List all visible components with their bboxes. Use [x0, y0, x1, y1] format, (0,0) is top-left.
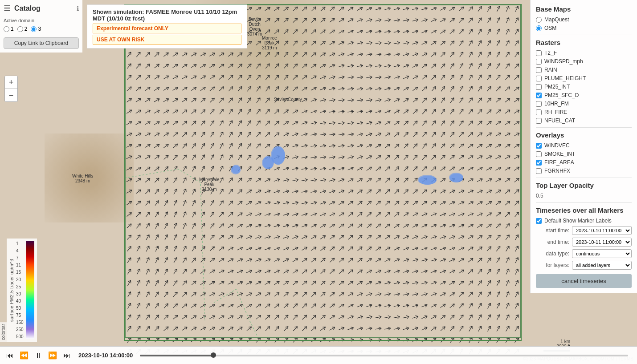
- domain-radio-label-1: 1: [11, 26, 14, 32]
- cancel-timeseries-button[interactable]: cancel timeseries: [536, 274, 632, 288]
- end-time-label: end time:: [536, 239, 569, 245]
- domain-radio-label-2: 2: [24, 26, 28, 32]
- colorbar-labels: 500 250 150 75 50 40 30 25 20 15 11 7 4 …: [16, 241, 24, 339]
- domain-radio-input-3[interactable]: [31, 26, 37, 32]
- raster-check-nfuel[interactable]: [536, 118, 542, 124]
- raster-check-plume[interactable]: [536, 76, 542, 81]
- marker-labels-label: Default Show Marker Labels: [544, 218, 612, 224]
- fire-blob-4: [419, 176, 437, 185]
- copy-link-button[interactable]: Copy Link to Clipboard: [4, 37, 79, 49]
- fire-blob-3: [232, 165, 241, 174]
- divider-3: [536, 178, 632, 178]
- raster-check-rain[interactable]: [536, 67, 542, 73]
- end-time-select[interactable]: 2023-10-11 11:00:00: [572, 238, 632, 247]
- start-time-label: start time:: [536, 227, 569, 234]
- for-layers-row: for layers: all added layers: [536, 261, 632, 270]
- overlay-check-firearea[interactable]: [536, 160, 542, 166]
- panel-header: ☰ Catalog ℹ: [4, 4, 79, 13]
- raster-t2f[interactable]: T2_F: [536, 50, 632, 56]
- colorbar-sidebar-label[interactable]: colorbar: [0, 322, 7, 342]
- overlay-check-smoke[interactable]: [536, 151, 542, 157]
- raster-check-t2f[interactable]: [536, 50, 542, 56]
- skip-forward-button[interactable]: ⏭: [61, 351, 72, 360]
- timeline-progress: [140, 355, 213, 356]
- raster-check-10hrfm[interactable]: [536, 101, 542, 107]
- basemap-osm[interactable]: OSM: [536, 25, 632, 31]
- overlay-windvec[interactable]: WINDVEC: [536, 142, 632, 149]
- overlay-check-windvec[interactable]: [536, 143, 542, 149]
- right-panel: Base Maps MapQuest OSM Rasters T2_F WIND…: [530, 0, 637, 293]
- raster-check-pm25sfc[interactable]: [536, 93, 542, 98]
- timeline-thumb[interactable]: [211, 352, 216, 358]
- for-layers-select[interactable]: all added layers: [572, 261, 632, 270]
- risk-badge: USE AT OWN RISK: [93, 35, 241, 44]
- experimental-badge: Experimental forecast ONLY: [93, 24, 241, 33]
- overlay-smoke-int[interactable]: SMOKE_INT: [536, 151, 632, 157]
- data-type-row: data type: continuous: [536, 249, 632, 258]
- colorbar-gradient: [26, 241, 34, 339]
- overlay-fgrnhfx[interactable]: FGRNHFX: [536, 168, 632, 174]
- end-time-row: end time: 2023-10-11 11:00:00: [536, 238, 632, 247]
- raster-check-rhfire[interactable]: [536, 109, 542, 115]
- prev-button[interactable]: ⏪: [18, 350, 30, 360]
- map-label-white-hills: White Hills2348 m: [72, 174, 93, 183]
- simulation-title: Shown simulation: FASMEE Monroe U11 10/1…: [93, 8, 241, 22]
- start-time-select[interactable]: 2023-10-10 11:00:00: [572, 226, 632, 235]
- raster-nfuel-cat[interactable]: NFUEL_CAT: [536, 117, 632, 124]
- zoom-controls: + −: [4, 76, 18, 102]
- timeseries-title: Timeseries over all Markers: [536, 206, 632, 214]
- divider-2: [536, 127, 632, 128]
- domain-radio-2[interactable]: 2: [17, 26, 28, 32]
- raster-rain[interactable]: RAIN: [536, 67, 632, 73]
- data-type-label: data type:: [536, 251, 569, 257]
- basemap-radio-osm[interactable]: [536, 25, 542, 31]
- colorbar-title: surface PM2.5 tracer ug/m^3: [9, 241, 14, 339]
- raster-windspd[interactable]: WINDSPD_mph: [536, 58, 632, 65]
- divider-4: [536, 202, 632, 203]
- hamburger-icon[interactable]: ☰: [4, 4, 11, 13]
- map-label-devils-dutch: DevilsDutchOven3074 m: [247, 17, 262, 36]
- zoom-out-button[interactable]: −: [5, 89, 17, 101]
- colorbar: surface PM2.5 tracer ug/m^3 500 250 150 …: [7, 239, 37, 342]
- data-type-select[interactable]: continuous: [572, 249, 632, 258]
- for-layers-label: for layers:: [536, 262, 569, 268]
- domain-radio-input-1[interactable]: [4, 26, 9, 32]
- raster-rh-fire[interactable]: RH_FIRE: [536, 109, 632, 115]
- overlays-title: Overlays: [536, 131, 632, 139]
- domain-radio-3[interactable]: 3: [31, 26, 41, 32]
- marker-labels-option[interactable]: Default Show Marker Labels: [536, 218, 632, 224]
- raster-10hr-fm[interactable]: 10HR_FM: [536, 101, 632, 107]
- raster-pm25-int[interactable]: PM25_INT: [536, 84, 632, 90]
- overlay-check-fgrnhfx[interactable]: [536, 168, 542, 174]
- info-icon[interactable]: ℹ: [77, 5, 79, 12]
- domain-radios: 1 2 3: [4, 26, 79, 32]
- divider-1: [536, 35, 632, 35]
- zoom-in-button[interactable]: +: [5, 76, 17, 89]
- domain-radio-label-3: 3: [38, 26, 41, 32]
- basemap-radio-mapquest[interactable]: [536, 17, 542, 23]
- current-time-label: 2023-10-10 14:00:00: [78, 352, 133, 359]
- info-panel: Shown simulation: FASMEE Monroe U11 10/1…: [87, 4, 247, 49]
- raster-plume-height[interactable]: PLUME_HEIGHT: [536, 75, 632, 81]
- basemap-label-osm: OSM: [544, 25, 556, 31]
- basemap-mapquest[interactable]: MapQuest: [536, 16, 632, 23]
- catalog-title: Catalog: [14, 4, 41, 12]
- pause-button[interactable]: ⏸: [33, 351, 44, 360]
- domain-radio-input-2[interactable]: [17, 26, 23, 32]
- fire-blob-1: [272, 147, 285, 165]
- map-label-monroe-peak: MonroePeak3119 m: [262, 36, 277, 50]
- timeline-bar[interactable]: [140, 355, 628, 356]
- raster-pm25-sfc[interactable]: PM25_SFC_D: [536, 92, 632, 98]
- domain-radio-1[interactable]: 1: [4, 26, 14, 32]
- marker-labels-check[interactable]: [536, 218, 542, 224]
- overlay-fire-area[interactable]: FIRE_AREA: [536, 159, 632, 166]
- opacity-title: Top Layer Opacity: [536, 182, 632, 189]
- raster-check-windspd[interactable]: [536, 59, 542, 65]
- fire-blob-5: [450, 174, 463, 182]
- raster-check-pm25int[interactable]: [536, 84, 542, 90]
- skip-back-button[interactable]: ⏮: [4, 351, 15, 360]
- basemap-label-mapquest: MapQuest: [544, 16, 569, 23]
- playback-controls: ⏮ ⏪ ⏸ ⏩ ⏭ 2023-10-10 14:00:00: [0, 346, 637, 364]
- next-button[interactable]: ⏩: [46, 350, 59, 360]
- rasters-title: Rasters: [536, 39, 632, 46]
